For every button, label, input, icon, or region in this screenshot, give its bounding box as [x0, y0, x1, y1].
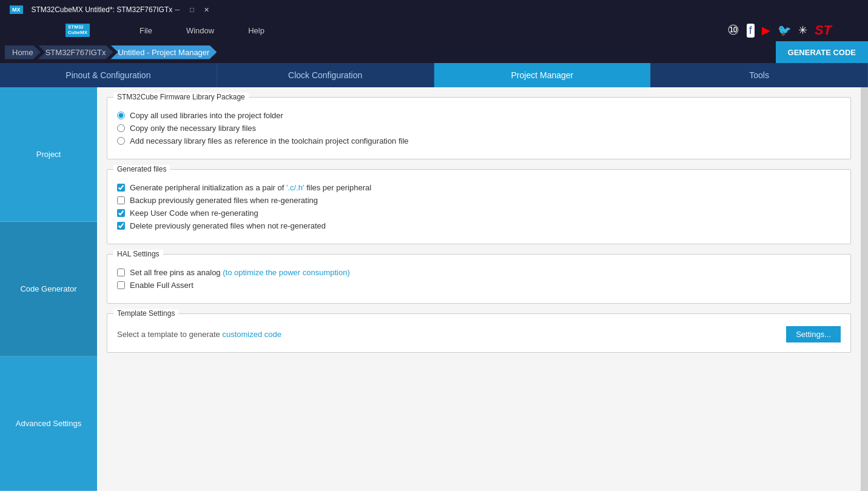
- breadcrumb-home[interactable]: Home: [5, 45, 41, 59]
- radio-add-reference-input[interactable]: [117, 137, 125, 145]
- template-settings-title: Template Settings: [113, 309, 178, 318]
- radio-copy-necessary[interactable]: Copy only the necessary library files: [117, 124, 841, 133]
- radio-copy-all[interactable]: Copy all used libraries into the project…: [117, 111, 841, 120]
- app-logo: MX: [5, 5, 32, 15]
- maximize-button[interactable]: □: [187, 5, 197, 15]
- social-icons: ⑩ f ▶ 🐦 ✳ ST: [727, 22, 832, 38]
- scrollbar[interactable]: [861, 87, 868, 491]
- menu-window[interactable]: Window: [181, 24, 219, 38]
- stm32cubemx-logo: STM32CubeMX: [61, 24, 98, 37]
- checkbox-delete-previous-input[interactable]: [117, 222, 125, 230]
- main-content: Project Code Generator Advanced Settings…: [0, 87, 868, 491]
- firmware-library-title: STM32Cube Firmware Library Package: [113, 93, 249, 101]
- breadcrumb-current[interactable]: Untitled - Project Manager: [110, 45, 217, 59]
- template-row: Select a template to generate customized…: [117, 326, 841, 342]
- checkbox-full-assert-input[interactable]: [117, 281, 125, 289]
- sidebar-item-advanced-settings[interactable]: Advanced Settings: [0, 356, 97, 491]
- checkbox-backup[interactable]: Backup previously generated files when r…: [117, 196, 841, 205]
- settings-button[interactable]: Settings...: [786, 326, 841, 342]
- window-controls: ─ □ ✕: [172, 5, 211, 15]
- st-logo-icon: ST: [815, 22, 832, 38]
- tab-project-manager[interactable]: Project Manager: [434, 63, 651, 87]
- tab-tools[interactable]: Tools: [651, 63, 868, 87]
- facebook-icon[interactable]: f: [747, 24, 755, 38]
- menu-file[interactable]: File: [135, 24, 157, 38]
- generated-files-section: Generated files Generate peripheral init…: [107, 169, 851, 244]
- breadcrumb: Home STM32F767IGTx Untitled - Project Ma…: [0, 41, 868, 63]
- network-icon[interactable]: ✳: [798, 24, 807, 37]
- content-area: STM32Cube Firmware Library Package Copy …: [97, 87, 861, 491]
- titlebar-title: STM32CubeMX Untitled*: STM32F767IGTx: [32, 5, 173, 14]
- sidebar-item-code-generator[interactable]: Code Generator: [0, 222, 97, 356]
- hal-settings-title: HAL Settings: [113, 250, 163, 258]
- tab-pinout[interactable]: Pinout & Configuration: [0, 63, 217, 87]
- checkbox-keep-user-code-input[interactable]: [117, 209, 125, 217]
- checkbox-generate-peripheral[interactable]: Generate peripheral initialization as a …: [117, 183, 841, 192]
- breadcrumb-device[interactable]: STM32F767IGTx: [38, 45, 113, 59]
- radio-copy-necessary-input[interactable]: [117, 124, 125, 132]
- minimize-button[interactable]: ─: [172, 5, 182, 15]
- hal-settings-options: Set all free pins as analog (to optimize…: [117, 268, 841, 290]
- titlebar: MX STM32CubeMX Untitled*: STM32F767IGTx …: [0, 0, 868, 19]
- generated-files-options: Generate peripheral initialization as a …: [117, 183, 841, 230]
- cube-logo-icon: STM32CubeMX: [66, 24, 90, 37]
- checkbox-generate-peripheral-input[interactable]: [117, 184, 125, 192]
- close-button[interactable]: ✕: [201, 5, 211, 15]
- menu-help[interactable]: Help: [243, 24, 269, 38]
- sidebar: Project Code Generator Advanced Settings: [0, 87, 97, 491]
- twitter-icon[interactable]: 🐦: [778, 24, 791, 37]
- radio-copy-all-input[interactable]: [117, 112, 125, 119]
- template-highlight: customized code: [222, 330, 281, 339]
- checkbox-full-assert[interactable]: Enable Full Assert: [117, 281, 841, 290]
- logo-icon: MX: [10, 5, 23, 15]
- hal-settings-section: HAL Settings Set all free pins as analog…: [107, 254, 851, 304]
- menubar: STM32CubeMX File Window Help ⑩ f ▶ 🐦 ✳ S…: [0, 19, 868, 41]
- youtube-icon[interactable]: ▶: [762, 24, 770, 37]
- version-icon: ⑩: [727, 22, 739, 38]
- tabbar: Pinout & Configuration Clock Configurati…: [0, 63, 868, 87]
- checkbox-delete-previous[interactable]: Delete previously generated files when n…: [117, 221, 841, 230]
- radio-add-reference[interactable]: Add necessary library files as reference…: [117, 136, 841, 145]
- checkbox-free-pins[interactable]: Set all free pins as analog (to optimize…: [117, 268, 841, 277]
- generate-code-button[interactable]: GENERATE CODE: [776, 41, 868, 63]
- tab-clock[interactable]: Clock Configuration: [217, 63, 434, 87]
- checkbox-keep-user-code[interactable]: Keep User Code when re-generating: [117, 209, 841, 218]
- checkbox-backup-input[interactable]: [117, 196, 125, 204]
- template-settings-section: Template Settings Select a template to g…: [107, 313, 851, 353]
- sidebar-item-project[interactable]: Project: [0, 87, 97, 222]
- generated-files-title: Generated files: [113, 165, 170, 173]
- firmware-library-section: STM32Cube Firmware Library Package Copy …: [107, 97, 851, 159]
- checkbox-free-pins-input[interactable]: [117, 269, 125, 276]
- firmware-library-options: Copy all used libraries into the project…: [117, 111, 841, 145]
